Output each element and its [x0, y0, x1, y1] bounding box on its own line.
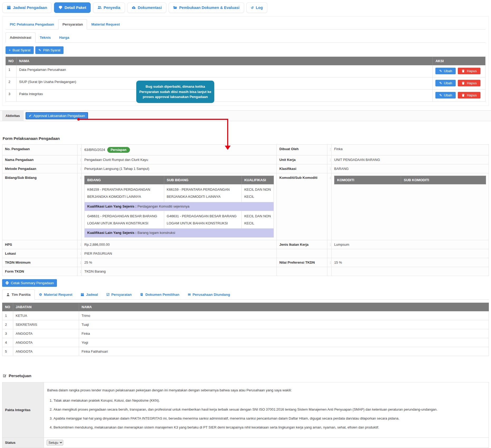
annotation-arrow-line-vertical: [227, 119, 228, 146]
hapus-button[interactable]: Hapus: [458, 68, 480, 74]
colon: [327, 249, 332, 258]
metode-pengadaan-value: Penunjukan Langsung (1 Tahap 1 Sampul): [82, 164, 277, 173]
tab-persyaratan[interactable]: Persyaratan: [58, 19, 87, 29]
tab-dokumen-pemilihan[interactable]: Dokumen Pemilihan: [136, 289, 183, 300]
colon: :: [327, 164, 332, 173]
empty-cell: [332, 267, 489, 276]
form-row: No. Pengadaan : 63/BRG/2024Persiapan Dib…: [2, 145, 489, 155]
tab-jadwal-pengadaan[interactable]: Jadwal Pengadaan: [2, 2, 52, 13]
hapus-button[interactable]: Hapus: [458, 92, 480, 99]
cell-jabatan: ANGGOTA: [13, 338, 79, 347]
tab-jadwal[interactable]: Jadwal: [76, 289, 102, 300]
envelope-icon: ✉: [188, 293, 191, 296]
tab-tim-panitia[interactable]: Tim Panitia: [2, 289, 35, 300]
cell-sub-bidang: G46631 - PERDAGANGAN BESAR BARANG LOGAM …: [164, 211, 241, 229]
tab-label: Jadwal: [86, 293, 98, 297]
status-label: Status: [2, 437, 44, 447]
gears-icon: ⚙: [39, 293, 42, 296]
tab-dokumentasi[interactable]: Dokumentasi: [127, 2, 166, 13]
field-label: Metode Pengadaan: [2, 164, 77, 173]
tab-log[interactable]: ↺ Log: [246, 2, 267, 13]
pakta-point: Tidak akan melakukan praktek Korupsi, Ko…: [54, 398, 483, 402]
jenis-ikatan-kerja-value: Lumpsum: [332, 240, 489, 249]
status-select[interactable]: Setuju: [47, 440, 63, 445]
tab-label: Persyaratan: [111, 293, 132, 297]
cell-kualifikasi: KECIL DAN NON KECIL: [241, 211, 274, 229]
edit-icon: ✎: [439, 93, 442, 97]
column-header-aksi: AKSI: [433, 57, 485, 65]
form-row: Lokasi : PIER PASURUAN: [2, 249, 489, 258]
tab-detail-paket[interactable]: Detail Paket: [54, 2, 91, 13]
table-row: 1 Data Pengalaman Perusahaan ✎UbahHapus: [6, 65, 485, 77]
empty-cell: [332, 249, 489, 258]
trash-icon: [461, 93, 465, 97]
cell-no: 2: [6, 77, 17, 90]
tab-administrasi[interactable]: Administrasi: [6, 32, 36, 43]
field-label: [277, 267, 327, 276]
colon: :: [327, 173, 332, 240]
form-pelaksanaan-table: No. Pengadaan : 63/BRG/2024Persiapan Dib…: [2, 144, 489, 276]
ubah-button[interactable]: ✎Ubah: [435, 68, 456, 74]
nama-pengadaan-value: Pengadaan Clurit Rumput dan Clurit Kayu: [82, 155, 277, 164]
tab-teknis[interactable]: Teknis: [36, 32, 55, 43]
cell-no: 1: [2, 311, 13, 320]
annotation-arrow-head: [225, 146, 231, 150]
cloud-upload-icon: [132, 6, 136, 10]
calendar-icon: [7, 6, 11, 10]
table-row: 3 Pakta Integritas ✎UbahHapus: [6, 90, 485, 102]
tab-perusahaan-diundang[interactable]: ✉ Perusahaan Diundang: [184, 289, 234, 300]
button-label: Ubah: [444, 81, 452, 85]
button-label: Hapus: [467, 69, 477, 73]
cell-no: 3: [2, 329, 13, 338]
tab-label: Log: [256, 6, 263, 10]
trash-icon: [461, 81, 465, 85]
colon: :: [327, 258, 332, 267]
tab-harga[interactable]: Harga: [55, 32, 74, 43]
field-label: Jenis Ikatan Kerja: [277, 240, 327, 249]
form-row: TKDN Minimum : 25 % Nilai Preferensi TKD…: [2, 258, 489, 267]
field-label: Nama Pengadaan: [2, 155, 77, 164]
tab-material-request-2[interactable]: ⚙ Material Request: [35, 289, 77, 300]
cell-sub-bidang: K66159 - PERANTARA PERDAGANGAN BERJANGKA…: [164, 184, 241, 202]
edit-icon: ✎: [439, 81, 442, 85]
annotation-arrow-line-horizontal: [79, 119, 228, 120]
tab-pic-pelaksana-pengadaan[interactable]: PIC Pelaksana Pengadaan: [6, 19, 58, 29]
tab-material-request[interactable]: Material Request: [87, 19, 124, 29]
button-label: Ubah: [444, 69, 452, 73]
plus-icon: +: [9, 48, 11, 52]
form-row: HPS : Rp.2,886,000.00 Jenis Ikatan Kerja…: [2, 240, 489, 249]
ubah-button[interactable]: ✎Ubah: [435, 80, 456, 86]
field-label: Nilai Preferensi TKDN: [277, 258, 327, 267]
cell-jabatan: ANGGOTA: [13, 329, 79, 338]
tab-label: Perusahaan Diundang: [192, 293, 230, 297]
tab-persyaratan-2[interactable]: ☑ Persyaratan: [102, 289, 136, 300]
tab-penyedia[interactable]: Penyedia: [93, 2, 125, 13]
colon: :: [77, 155, 82, 164]
field-label: HPS: [2, 240, 77, 249]
dibuat-oleh-value: Finka: [332, 145, 489, 155]
cell-no: 4: [2, 338, 13, 347]
gem-icon: [59, 6, 62, 10]
button-label: Buat Syarat: [13, 48, 31, 52]
history-icon: ↺: [251, 6, 254, 9]
tab-label: Penyedia: [104, 6, 120, 10]
syarat-toolbar: + Buat Syarat ✎ Pilih Syarat: [6, 46, 485, 54]
sejenis-label: Kualifikasi Lain Yang Sejenis :: [87, 204, 137, 208]
colon: :: [77, 249, 82, 258]
buat-syarat-button[interactable]: + Buat Syarat: [6, 46, 34, 54]
cetak-summary-pengadaan-button[interactable]: Cetak Summary Pengadaan: [2, 279, 57, 287]
hapus-button[interactable]: Hapus: [458, 80, 480, 86]
cell-nama: Finka Fatihahsari: [79, 347, 489, 356]
field-label: Lokasi: [2, 249, 77, 258]
ubah-button[interactable]: ✎Ubah: [435, 92, 456, 99]
no-pengadaan-value: 63/BRG/2024Persiapan: [82, 145, 277, 155]
tab-label: Administrasi: [10, 36, 31, 40]
cell-bidang: G46631 - PERDAGANGAN BESAR BARANG LOGAM …: [85, 211, 164, 229]
pakta-integritas-label: Pakta Integritas: [2, 382, 44, 437]
colon: :: [327, 145, 332, 155]
tab-label: Detail Paket: [65, 6, 86, 10]
pilih-syarat-button[interactable]: ✎ Pilih Syarat: [35, 46, 64, 54]
tab-pembukaan-dokumen-evaluasi[interactable]: Pembukaan Dokumen & Evaluasi: [169, 2, 244, 13]
tab-label: Tim Panitia: [12, 293, 31, 297]
column-header-sub-komoditi: SUB KOMODITI: [401, 176, 486, 184]
